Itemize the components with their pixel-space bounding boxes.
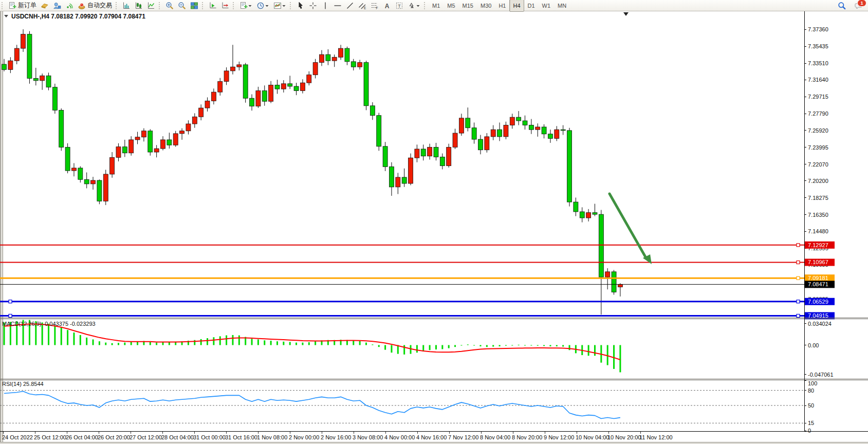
svg-text:10 Nov 04:00: 10 Nov 04:00 bbox=[576, 434, 609, 440]
toolbar-separator bbox=[202, 2, 206, 9]
svg-text:7.25920: 7.25920 bbox=[808, 127, 828, 134]
timeframe-button-d1[interactable]: D1 bbox=[524, 0, 539, 12]
svg-text:7.16350: 7.16350 bbox=[808, 212, 828, 218]
timeframe-button-m1[interactable]: M1 bbox=[429, 0, 444, 12]
autotrade-icon bbox=[78, 2, 86, 10]
chart-bars-icon bbox=[122, 2, 131, 10]
svg-text:7 Nov 12:00: 7 Nov 12:00 bbox=[448, 434, 478, 440]
auto-trading-button[interactable]: 自动交易 bbox=[76, 0, 114, 11]
hline-icon bbox=[334, 2, 342, 10]
timeframe-button-h1[interactable]: H1 bbox=[495, 0, 509, 12]
svg-text:8 Nov 04:00: 8 Nov 04:00 bbox=[480, 434, 510, 440]
chat-button[interactable]: 1 bbox=[853, 0, 864, 11]
doc-plus-icon bbox=[239, 2, 248, 10]
line-handle[interactable] bbox=[9, 314, 12, 317]
new-order-button[interactable]: 新订单 bbox=[7, 0, 38, 11]
chevron-down-icon bbox=[248, 2, 252, 10]
bar-chart-button[interactable] bbox=[121, 0, 132, 11]
svg-text:25 Oct 12:00: 25 Oct 12:00 bbox=[34, 434, 66, 440]
chart-canvas[interactable]: 7.373607.354357.335107.316407.297157.277… bbox=[0, 0, 868, 444]
doc-plus-icon bbox=[8, 2, 16, 10]
timeframe-button-h4[interactable]: H4 bbox=[509, 0, 524, 12]
svg-text:-0.047061: -0.047061 bbox=[808, 372, 834, 378]
search-button[interactable] bbox=[836, 0, 847, 11]
svg-text:100: 100 bbox=[808, 380, 817, 386]
chart-shift-icon bbox=[221, 2, 229, 10]
vertical-line-button[interactable] bbox=[320, 0, 331, 11]
svg-text:7.14480: 7.14480 bbox=[808, 228, 828, 234]
svg-text:USDCNH-,H4 7.08182 7.09920 7.: USDCNH-,H4 7.08182 7.09920 7.07904 7.084… bbox=[11, 13, 145, 20]
auto-scroll-button[interactable] bbox=[207, 0, 218, 11]
line-handle[interactable] bbox=[9, 300, 12, 303]
chevron-down-icon bbox=[282, 2, 286, 10]
crosshair-button[interactable] bbox=[307, 0, 319, 11]
svg-text:2 Nov 00:00: 2 Nov 00:00 bbox=[289, 434, 319, 440]
svg-text:7.29715: 7.29715 bbox=[808, 94, 828, 100]
toolbar-separator bbox=[116, 2, 119, 9]
rsi-label: RSI(14) 25.8544 bbox=[2, 381, 44, 387]
horizontal-line-button[interactable] bbox=[332, 0, 343, 11]
svg-text:T: T bbox=[398, 3, 401, 8]
vline-icon bbox=[321, 2, 329, 10]
toolbar-button-label: 新订单 bbox=[18, 1, 36, 10]
line-handle[interactable] bbox=[797, 276, 800, 280]
svg-text:7.33510: 7.33510 bbox=[808, 60, 828, 66]
indicators-button[interactable] bbox=[238, 0, 254, 11]
svg-text:7.27790: 7.27790 bbox=[808, 110, 828, 117]
svg-text:80: 80 bbox=[808, 387, 814, 394]
svg-text:11 Nov 12:00: 11 Nov 12:00 bbox=[639, 434, 673, 440]
crosshair-icon bbox=[309, 2, 317, 10]
timeframe-button-m5[interactable]: M5 bbox=[444, 0, 458, 12]
svg-text:7.09181: 7.09181 bbox=[808, 275, 828, 281]
svg-text:0: 0 bbox=[808, 428, 811, 434]
zoom-in-button[interactable] bbox=[164, 0, 175, 11]
tile-windows-button[interactable] bbox=[189, 0, 200, 11]
line-chart-button[interactable] bbox=[145, 0, 157, 11]
label-button[interactable]: T bbox=[394, 0, 405, 11]
trendline-button[interactable] bbox=[344, 0, 356, 11]
svg-text:7.08471: 7.08471 bbox=[808, 281, 828, 287]
arrows-button[interactable] bbox=[406, 0, 422, 11]
fibo-icon: F bbox=[371, 2, 379, 10]
zoom-out-icon bbox=[178, 2, 186, 10]
chevron-down-icon bbox=[265, 2, 269, 10]
line-handle[interactable] bbox=[797, 300, 800, 303]
toolbar-button-label: 自动交易 bbox=[87, 1, 112, 10]
chart-panel-icon[interactable] bbox=[39, 0, 50, 11]
community-icon[interactable] bbox=[51, 0, 63, 11]
timeframe-button-m15[interactable]: M15 bbox=[459, 0, 477, 12]
signals-icon[interactable] bbox=[64, 0, 75, 11]
line-handle[interactable] bbox=[797, 261, 800, 264]
svg-text:8 Nov 20:00: 8 Nov 20:00 bbox=[512, 434, 542, 440]
timeframe-button-w1[interactable]: W1 bbox=[539, 0, 555, 12]
periods-button[interactable] bbox=[255, 0, 271, 11]
candle-chart-button[interactable] bbox=[133, 0, 144, 11]
svg-text:7.37360: 7.37360 bbox=[808, 26, 828, 32]
tile-icon bbox=[190, 2, 198, 10]
timeframe-button-mn[interactable]: MN bbox=[554, 0, 570, 12]
mt4-window: 新订单自动交易EFATM1M5M15M30H1H4D1W1MN1 7.37360… bbox=[0, 0, 868, 444]
timeframe-button-m30[interactable]: M30 bbox=[477, 0, 495, 12]
channel-icon: E bbox=[358, 2, 366, 10]
cursor-button[interactable] bbox=[295, 0, 306, 11]
templates-button[interactable] bbox=[272, 0, 288, 11]
svg-text:7.31640: 7.31640 bbox=[808, 77, 828, 83]
chart-shift-button[interactable] bbox=[219, 0, 231, 11]
channel-button[interactable]: E bbox=[357, 0, 368, 11]
macd-label: MACD(12,26,9) -0.043375 -0.023293 bbox=[2, 321, 96, 327]
svg-text:7.10967: 7.10967 bbox=[808, 259, 828, 265]
line-handle[interactable] bbox=[797, 244, 800, 247]
template-icon bbox=[273, 2, 282, 10]
svg-text:4 Nov 16:00: 4 Nov 16:00 bbox=[416, 434, 447, 440]
chart-candles-icon bbox=[135, 2, 143, 10]
toolbar-separator bbox=[290, 2, 293, 9]
svg-text:50: 50 bbox=[808, 402, 814, 409]
svg-text:15: 15 bbox=[808, 420, 814, 426]
line-handle[interactable] bbox=[797, 314, 800, 317]
zoom-out-button[interactable] bbox=[176, 0, 188, 11]
text-button[interactable]: A bbox=[381, 0, 393, 11]
svg-text:A: A bbox=[385, 2, 390, 9]
chart-title: USDCNH-,H4 7.08182 7.09920 7.07904 7.084… bbox=[4, 13, 145, 20]
svg-text:3 Nov 08:00: 3 Nov 08:00 bbox=[353, 434, 383, 440]
fibonacci-button[interactable]: F bbox=[369, 0, 380, 11]
